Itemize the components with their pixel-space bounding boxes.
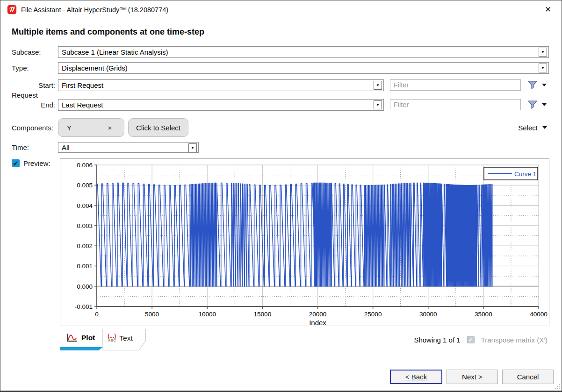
component-chip-y[interactable]: Y × <box>58 118 124 137</box>
chevron-down-icon[interactable]: ▼ <box>374 100 382 109</box>
svg-text:0.004: 0.004 <box>77 202 93 209</box>
svg-text:35000: 35000 <box>475 311 492 318</box>
end-filter-input[interactable] <box>390 99 521 110</box>
svg-text:10000: 10000 <box>198 311 216 318</box>
transpose-checkbox: ✔ <box>467 336 475 343</box>
tab-text[interactable]: (...)ABC Text <box>103 329 146 350</box>
chevron-down-icon[interactable]: ▼ <box>374 81 382 90</box>
request-group-label: Request <box>12 91 38 99</box>
svg-text:25000: 25000 <box>364 311 382 318</box>
svg-text:0.001: 0.001 <box>77 263 93 270</box>
component-chip-value: Y <box>67 124 72 132</box>
request-start-value: First Request <box>62 81 103 89</box>
back-button[interactable]: < Back <box>390 370 442 384</box>
svg-text:0.005: 0.005 <box>77 182 93 189</box>
svg-text:0.002: 0.002 <box>77 242 93 249</box>
type-value: Displacement (Grids) <box>62 64 128 72</box>
plot-curve-icon <box>66 333 78 342</box>
subcase-value: Subcase 1 (Linear Static Analysis) <box>62 48 168 56</box>
subcase-label: Subcase: <box>12 48 58 56</box>
time-label: Time: <box>12 143 58 151</box>
filter-funnel-icon[interactable] <box>527 100 538 109</box>
request-end-dropdown[interactable]: Last Request ▼ <box>58 99 384 111</box>
svg-text:0.006: 0.006 <box>77 162 93 169</box>
type-label: Type: <box>12 64 58 72</box>
chevron-down-icon[interactable]: ▼ <box>188 143 197 152</box>
chevron-down-icon[interactable]: ▼ <box>539 64 547 72</box>
showing-count: Showing 1 of 1 <box>414 336 460 344</box>
select-menu-button[interactable]: Select <box>518 124 547 132</box>
altair-logo-icon <box>7 5 17 14</box>
svg-text:-0.001: -0.001 <box>75 303 93 310</box>
time-dropdown[interactable]: All ▼ <box>58 142 199 153</box>
tab-plot[interactable]: Plot <box>60 329 103 350</box>
cancel-button[interactable]: Cancel <box>502 370 554 384</box>
window-title: File Assistant - Altair HyperStudy™ (18.… <box>21 6 168 14</box>
components-label: Components: <box>12 124 58 132</box>
svg-text:0.003: 0.003 <box>77 222 93 229</box>
request-start-dropdown[interactable]: First Request ▼ <box>58 79 384 91</box>
chevron-down-icon[interactable]: ▼ <box>539 48 547 57</box>
tab-plot-label: Plot <box>81 334 95 342</box>
filter-options-caret-icon[interactable] <box>542 84 547 86</box>
svg-text:30000: 30000 <box>419 311 437 318</box>
click-to-select-label: Click to Select <box>136 124 180 132</box>
click-to-select-button[interactable]: Click to Select <box>128 118 188 137</box>
request-group: Request Start: First Request ▼ End: Last… <box>12 79 549 110</box>
svg-text:40000: 40000 <box>530 311 548 318</box>
filter-options-caret-icon[interactable] <box>542 103 547 106</box>
request-end-label: End: <box>12 101 58 109</box>
request-end-value: Last Request <box>62 101 103 109</box>
svg-text:20000: 20000 <box>309 311 327 318</box>
text-abc-icon: (...)ABC <box>108 334 116 343</box>
preview-label: Preview: <box>23 159 50 167</box>
file-assistant-dialog: File Assistant - Altair HyperStudy™ (18.… <box>0 0 562 392</box>
page-title: Multiple items and components at one tim… <box>12 26 549 38</box>
svg-text:15000: 15000 <box>254 311 272 318</box>
preview-chart: -0.0010.0000.0010.0020.0030.0040.0050.00… <box>60 158 549 326</box>
filter-funnel-icon[interactable] <box>527 80 538 90</box>
time-value: All <box>62 143 70 151</box>
request-start-label: Start: <box>12 81 58 89</box>
type-dropdown[interactable]: Displacement (Grids) ▼ <box>58 62 549 74</box>
svg-text:5000: 5000 <box>145 311 159 318</box>
subcase-dropdown[interactable]: Subcase 1 (Linear Static Analysis) ▼ <box>58 46 549 58</box>
next-button[interactable]: Next > <box>447 370 498 384</box>
svg-text:Index: Index <box>309 319 326 326</box>
svg-text:0: 0 <box>95 311 99 318</box>
resize-grip[interactable] <box>554 383 560 389</box>
tab-text-label: Text <box>119 334 132 342</box>
preview-checkbox[interactable]: ✔ <box>12 159 20 167</box>
select-menu-label: Select <box>518 124 538 132</box>
svg-text:Curve 1: Curve 1 <box>514 171 536 178</box>
transpose-label: Transpose matrix (X') <box>481 336 548 344</box>
title-bar: File Assistant - Altair HyperStudy™ (18.… <box>0 0 562 19</box>
svg-text:0.000: 0.000 <box>77 283 93 290</box>
close-icon[interactable]: ✕ <box>541 5 555 14</box>
active-tab-indicator <box>60 347 102 350</box>
start-filter-input[interactable] <box>390 79 521 91</box>
select-menu-caret-icon <box>542 126 547 129</box>
chip-remove-icon[interactable]: × <box>108 124 112 132</box>
